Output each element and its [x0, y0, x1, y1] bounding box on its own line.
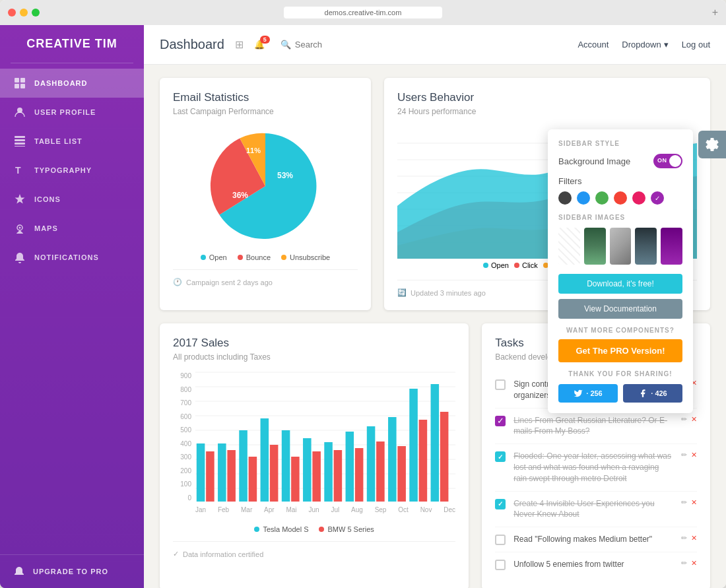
pro-version-button[interactable]: Get The PRO Version! — [558, 339, 682, 362]
search-icon: 🔍 — [280, 40, 291, 49]
svg-rect-1 — [20, 78, 25, 82]
logout-link[interactable]: Log out — [682, 40, 710, 49]
filter-pink[interactable] — [632, 191, 645, 205]
sidebar-image-4[interactable] — [635, 228, 657, 265]
task-actions-2: ✏ ✕ — [681, 415, 697, 424]
table-list-label: TABLE LIST — [34, 137, 82, 145]
task-text-5: Read "Following makes Medium better" — [513, 534, 673, 545]
svg-text:T: T — [15, 165, 22, 176]
svg-rect-31 — [197, 443, 205, 502]
task-delete-5[interactable]: ✕ — [691, 534, 697, 542]
task-edit-5[interactable]: ✏ — [681, 534, 687, 542]
sidebar-brand: CREATIVE TIM — [0, 25, 144, 63]
sidebar-item-notifications[interactable]: NOTIFICATIONS — [0, 243, 144, 272]
sidebar-style-title: SIDEBAR STYLE — [558, 140, 682, 147]
dropdown-menu[interactable]: Dropdown ▾ — [622, 40, 668, 49]
task-checkbox-4[interactable]: ✓ — [495, 499, 506, 509]
unsubscribe-label: Unsubscribe — [290, 253, 330, 261]
bmw-label: BMW 5 Series — [327, 525, 374, 533]
svg-rect-34 — [227, 450, 236, 502]
twitter-button[interactable]: · 256 — [558, 384, 618, 403]
task-checkbox-3[interactable]: ✓ — [495, 451, 506, 462]
task-checkbox-6[interactable] — [495, 560, 506, 570]
upgrade-label: UPGRADE TO PRO — [33, 568, 108, 575]
docs-button[interactable]: View Documentation — [558, 299, 682, 319]
check-icon: ✓ — [173, 550, 179, 558]
sidebar-item-icons[interactable]: ICONS — [0, 185, 144, 214]
settings-gear-button[interactable] — [698, 131, 726, 158]
bg-image-toggle[interactable]: ON — [653, 154, 682, 168]
sidebar-item-table-list[interactable]: TABLE LIST — [0, 127, 144, 156]
settings-panel: SIDEBAR STYLE Background Image ON Filter… — [548, 129, 693, 413]
pie-chart-container: 53% 36% 11% — [173, 127, 358, 245]
typography-icon: T — [13, 164, 26, 177]
svg-rect-35 — [239, 430, 248, 502]
sidebar-item-typography[interactable]: T TYPOGRAPHY — [0, 156, 144, 185]
notification-count: 5 — [260, 36, 270, 44]
close-button[interactable] — [8, 9, 16, 16]
toggle-knob — [669, 155, 681, 167]
filter-purple[interactable] — [651, 191, 664, 205]
maximize-button[interactable] — [32, 9, 40, 16]
unsubscribe-dot — [281, 255, 286, 260]
task-text-4: Create 4 Invisible User Experiences you … — [513, 498, 673, 521]
search-container[interactable]: 🔍 — [280, 40, 406, 49]
minimize-button[interactable] — [20, 9, 28, 16]
facebook-count: · 426 — [651, 389, 667, 397]
sidebar-image-2[interactable] — [584, 228, 606, 265]
legend-bmw: BMW 5 Series — [319, 525, 374, 533]
task-actions-4: ✏ ✕ — [681, 498, 697, 507]
facebook-button[interactable]: · 426 — [623, 384, 682, 403]
open-dot — [201, 255, 206, 260]
download-button[interactable]: Download, it's free! — [558, 274, 682, 294]
map-icon — [13, 222, 26, 235]
sidebar-image-1[interactable] — [558, 228, 580, 265]
account-link[interactable]: Account — [578, 40, 609, 49]
traffic-lights — [8, 9, 40, 16]
task-checkbox-2[interactable]: ✓ — [495, 416, 506, 426]
notifications-badge-container[interactable]: 🔔 5 — [254, 40, 265, 49]
sidebar-image-3[interactable] — [610, 228, 632, 265]
task-delete-2[interactable]: ✕ — [691, 415, 697, 424]
task-text-2: Lines From Great Russian Literature? Or … — [513, 415, 673, 438]
svg-rect-33 — [218, 443, 226, 502]
task-delete-4[interactable]: ✕ — [691, 498, 697, 507]
task-edit-6[interactable]: ✏ — [681, 559, 687, 568]
url-bar[interactable]: demos.creative-tim.com — [284, 7, 442, 18]
dashboard-nav-icon[interactable]: ⊞ — [235, 38, 244, 51]
task-item: ✓ Flooded: One year later, assessing wha… — [495, 444, 697, 491]
sidebar-item-user-profile[interactable]: USER PROFILE — [0, 98, 144, 127]
app-window: demos.creative-tim.com + CREATIVE TIM DA… — [0, 0, 726, 588]
filter-blue[interactable] — [577, 191, 590, 205]
svg-rect-49 — [388, 417, 397, 502]
task-checkbox-1[interactable] — [495, 379, 506, 390]
sales-footer-text: Data information certified — [183, 550, 263, 558]
email-stats-subtitle: Last Campaign Performance — [173, 107, 358, 116]
svg-text:11%: 11% — [246, 147, 261, 154]
email-footer-text: Campaign sent 2 days ago — [186, 278, 273, 286]
refresh-icon: 🔄 — [397, 288, 407, 297]
sidebar-item-maps[interactable]: MAPS — [0, 214, 144, 243]
sidebar-image-5[interactable] — [661, 228, 682, 265]
email-stats-title: Email Statistics — [173, 91, 358, 104]
task-checkbox-5[interactable] — [495, 535, 506, 545]
task-delete-3[interactable]: ✕ — [691, 451, 697, 459]
filter-black[interactable] — [558, 191, 572, 205]
filter-green[interactable] — [595, 191, 609, 205]
sidebar-images-grid — [558, 228, 682, 265]
bounce-label: Bounce — [246, 253, 271, 261]
filter-red[interactable] — [614, 191, 627, 205]
task-delete-6[interactable]: ✕ — [691, 559, 697, 568]
pie-legend: Open Bounce Unsubscribe — [173, 253, 358, 261]
search-input[interactable] — [295, 40, 406, 49]
upgrade-button[interactable]: UPGRADE TO PRO — [0, 554, 144, 588]
new-tab-button[interactable]: + — [712, 7, 718, 18]
legend-tesla: Tesla Model S — [254, 525, 308, 533]
task-edit-2[interactable]: ✏ — [681, 415, 687, 424]
svg-rect-8 — [15, 146, 25, 147]
sidebar-nav: DASHBOARD USER PROFILE TABLE LIST — [0, 63, 144, 277]
task-edit-4[interactable]: ✏ — [681, 498, 687, 507]
task-edit-3[interactable]: ✏ — [681, 451, 687, 459]
sidebar-item-dashboard[interactable]: DASHBOARD — [0, 69, 144, 98]
page-title: Dashboard — [160, 37, 224, 52]
